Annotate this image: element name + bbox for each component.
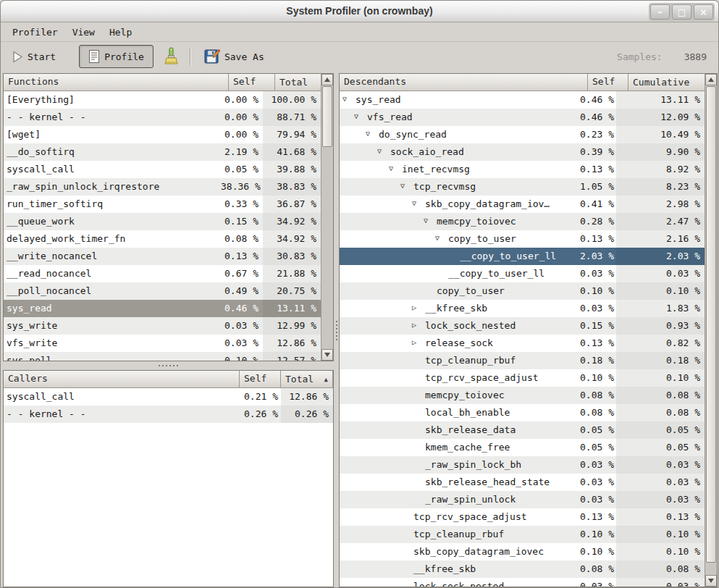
expander-closed-icon[interactable]: ▷ xyxy=(412,320,425,329)
cumulative-column-header[interactable]: Cumulative ▲ xyxy=(628,74,717,91)
tree-row[interactable]: __kfree_skb0.08 %0.08 % xyxy=(340,560,705,578)
table-row[interactable]: delayed_work_timer_fn0.08 %34.92 % xyxy=(4,230,321,248)
window-controls: – □ × xyxy=(649,3,715,21)
vertical-splitter-handle[interactable] xyxy=(334,73,339,587)
self-column-header[interactable]: Self xyxy=(588,74,628,91)
tree-row[interactable]: kmem_cache_free0.05 %0.05 % xyxy=(340,439,705,456)
tree-row[interactable]: ▽sys_read0.46 %13.11 % xyxy=(340,91,705,109)
start-button[interactable]: Start xyxy=(7,47,62,67)
self-column-header[interactable]: Self xyxy=(229,74,275,91)
table-row[interactable]: _raw_spin_unlock_irqrestore38.36 %38.83 … xyxy=(4,178,321,196)
close-button[interactable]: × xyxy=(694,4,713,20)
function-name-cell: syscall_call xyxy=(4,388,240,406)
function-name: local_bh_enable xyxy=(425,407,510,418)
tree-row[interactable]: tcp_cleanup_rbuf0.18 %0.18 % xyxy=(340,352,705,369)
tree-row[interactable]: ▷lock_sock_nested0.15 %0.93 % xyxy=(340,317,705,335)
tree-row[interactable]: ▷release_sock0.13 %0.82 % xyxy=(340,335,705,352)
table-row[interactable]: sys_read0.46 %13.11 % xyxy=(4,300,321,317)
maximize-button[interactable]: □ xyxy=(672,4,691,20)
expander-closed-icon[interactable]: ▷ xyxy=(412,303,425,311)
tree-row[interactable]: ▽sock_aio_read0.39 %9.90 % xyxy=(340,143,705,161)
expander-open-icon[interactable]: ▽ xyxy=(424,216,437,224)
tree-row[interactable]: ▽do_sync_read0.23 %10.49 % xyxy=(340,126,705,143)
tree-name-cell: _raw_spin_unlock xyxy=(340,491,576,508)
table-row[interactable]: __write_nocancel0.13 %30.83 % xyxy=(4,248,321,265)
self-cell: 0.00 % xyxy=(216,109,263,126)
table-row[interactable]: __do_softirq2.19 %41.68 % xyxy=(4,143,321,161)
tree-row[interactable]: ▽inet_recvmsg0.13 %8.92 % xyxy=(340,161,705,178)
window-title: System Profiler (on crownbay) xyxy=(1,5,718,17)
self-column-header[interactable]: Self xyxy=(240,371,281,388)
profile-toggle-button[interactable]: Profile xyxy=(79,45,154,68)
expander-open-icon[interactable]: ▽ xyxy=(389,164,402,172)
minimize-button[interactable]: – xyxy=(650,4,670,20)
menu-item-profiler[interactable]: Profiler xyxy=(5,24,65,41)
scrollbar-thumb[interactable] xyxy=(322,86,332,147)
expander-open-icon[interactable]: ▽ xyxy=(377,146,390,155)
function-name-cell: syscall_call xyxy=(4,161,216,178)
table-row[interactable]: sys_write0.03 %12.99 % xyxy=(4,317,321,335)
scroll-up-button[interactable] xyxy=(321,74,333,85)
menu-item-help[interactable]: Help xyxy=(102,24,139,41)
tree-row[interactable]: lock_sock_nested0.03 %0.03 % xyxy=(340,578,705,587)
scrollbar-thumb[interactable] xyxy=(706,86,716,563)
expander-spacer xyxy=(412,355,425,356)
tree-row[interactable]: tcp_cleanup_rbuf0.10 %0.10 % xyxy=(340,526,705,543)
table-row[interactable]: run_timer_softirq0.33 %36.87 % xyxy=(4,196,321,213)
save-as-button[interactable]: Save As xyxy=(198,45,270,68)
tree-row[interactable]: copy_to_user0.10 %0.10 % xyxy=(340,282,705,300)
descendants-column-header[interactable]: Descendants xyxy=(340,74,588,91)
tree-row[interactable]: ▽copy_to_user0.13 %2.16 % xyxy=(340,230,705,248)
tree-row[interactable]: ▽skb_copy_datagram_iov…0.41 %2.98 % xyxy=(340,196,705,213)
table-row[interactable]: - - kernel - -0.00 %88.71 % xyxy=(4,109,321,126)
total-column-header[interactable]: Total ▲ xyxy=(281,371,333,388)
table-row[interactable]: [wget]0.00 %79.94 % xyxy=(4,126,321,143)
tree-row[interactable]: __copy_to_user_ll0.03 %0.03 % xyxy=(340,265,705,282)
table-row[interactable]: sys_poll0.10 %12.57 % xyxy=(4,352,321,361)
horizontal-splitter-handle[interactable] xyxy=(3,361,334,370)
table-row[interactable]: syscall_call0.05 %39.88 % xyxy=(4,161,321,178)
tree-row[interactable]: __copy_to_user_ll2.03 %2.03 % xyxy=(340,248,705,265)
expander-open-icon[interactable]: ▽ xyxy=(435,233,448,242)
cumulative-cell: 0.10 % xyxy=(616,543,705,560)
tree-row[interactable]: skb_release_head_state0.03 %0.03 % xyxy=(340,474,705,491)
expander-open-icon[interactable]: ▽ xyxy=(400,181,413,190)
menu-item-view[interactable]: View xyxy=(65,24,102,41)
tree-row[interactable]: skb_copy_datagram_iovec0.10 %0.10 % xyxy=(340,543,705,560)
tree-row[interactable]: ▽tcp_recvmsg1.05 %8.23 % xyxy=(340,178,705,196)
functions-column-header[interactable]: Functions xyxy=(4,74,229,91)
function-name-cell: [Everything] xyxy=(4,91,216,109)
scroll-down-button[interactable] xyxy=(705,575,717,587)
expander-open-icon[interactable]: ▽ xyxy=(412,198,425,207)
tree-row[interactable]: local_bh_enable0.08 %0.08 % xyxy=(340,404,705,421)
expander-closed-icon[interactable]: ▷ xyxy=(412,337,425,346)
cumulative-cell: 2.47 % xyxy=(616,213,705,230)
tree-row[interactable]: _raw_spin_unlock0.03 %0.03 % xyxy=(340,491,705,508)
callers-column-header[interactable]: Callers xyxy=(4,371,240,388)
expander-open-icon[interactable]: ▽ xyxy=(342,94,356,103)
function-name-cell: __poll_nocancel xyxy=(4,282,216,300)
scroll-up-button[interactable] xyxy=(705,74,717,85)
tree-row[interactable]: tcp_rcv_space_adjust0.10 %0.10 % xyxy=(340,369,705,387)
table-row[interactable]: __poll_nocancel0.49 %20.75 % xyxy=(4,282,321,300)
table-row[interactable]: __queue_work0.15 %34.92 % xyxy=(4,213,321,230)
tree-row[interactable]: _raw_spin_lock_bh0.03 %0.03 % xyxy=(340,456,705,474)
close-icon: × xyxy=(699,7,707,17)
tree-row[interactable]: ▷__kfree_skb0.03 %1.83 % xyxy=(340,300,705,317)
reset-button[interactable] xyxy=(159,44,182,69)
tree-row[interactable]: memcpy_toiovec0.08 %0.08 % xyxy=(340,387,705,404)
table-row[interactable]: [Everything]0.00 %100.00 % xyxy=(4,91,321,109)
expander-open-icon[interactable]: ▽ xyxy=(354,112,367,120)
table-row[interactable]: __read_nocancel0.67 %21.88 % xyxy=(4,265,321,282)
scroll-down-button[interactable] xyxy=(321,349,333,361)
tree-row[interactable]: tcp_rcv_space_adjust0.13 %0.13 % xyxy=(340,508,705,526)
table-row[interactable]: vfs_write0.03 %12.86 % xyxy=(4,335,321,352)
tree-row[interactable]: ▽vfs_read0.46 %12.09 % xyxy=(340,109,705,126)
table-row[interactable]: - - kernel - -0.26 %0.26 % xyxy=(4,406,333,423)
cumulative-cell: 13.11 % xyxy=(616,91,705,109)
table-row[interactable]: syscall_call0.21 %12.86 % xyxy=(4,388,333,406)
tree-row[interactable]: skb_release_data0.05 %0.05 % xyxy=(340,421,705,439)
expander-open-icon[interactable]: ▽ xyxy=(366,129,379,138)
tree-row[interactable]: ▽memcpy_toiovec0.28 %2.47 % xyxy=(340,213,705,230)
expander-spacer xyxy=(400,581,413,581)
